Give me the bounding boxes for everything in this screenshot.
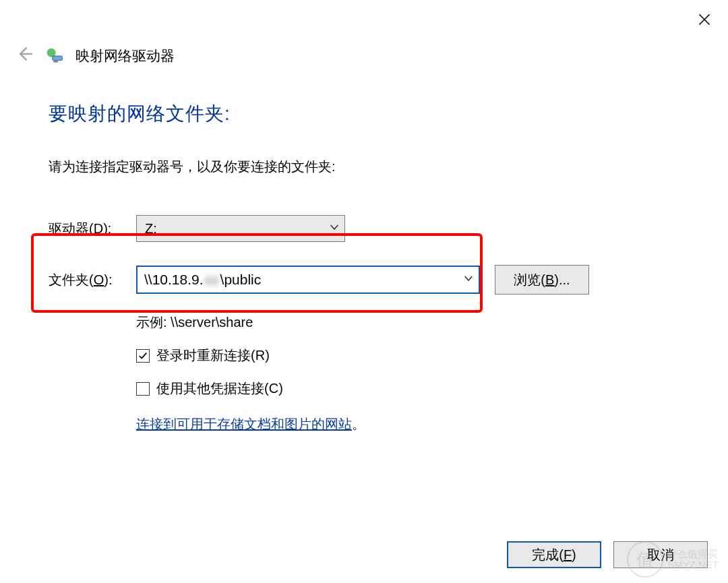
reconnect-checkbox-row[interactable]: 登录时重新连接(R) (136, 346, 682, 365)
close-button[interactable] (694, 9, 715, 30)
chevron-down-icon (328, 221, 340, 237)
instruction-text: 请为连接指定驱动器号，以及你要连接的文件夹: (49, 158, 682, 176)
folder-example: 示例: \\server\share (136, 313, 682, 332)
close-icon (698, 13, 711, 26)
redacted-text: xx (204, 272, 220, 287)
drive-value: Z: (145, 221, 157, 237)
folder-label: 文件夹(O): (49, 271, 136, 289)
back-button[interactable] (15, 44, 34, 67)
svg-rect-4 (53, 56, 63, 61)
svg-rect-5 (53, 60, 58, 62)
network-drive-icon (46, 47, 63, 65)
folder-combobox[interactable]: \\10.18.9.xx\public (136, 266, 480, 294)
storage-website-link[interactable]: 连接到可用于存储文档和图片的网站 (136, 417, 352, 431)
drive-label: 驱动器(D): (49, 220, 136, 238)
chevron-down-icon (462, 272, 475, 288)
cancel-button[interactable]: 取消 (613, 541, 708, 568)
drive-select[interactable]: Z: (136, 215, 345, 242)
folder-row: 文件夹(O): \\10.18.9.xx\public 浏览(B)... (49, 265, 682, 295)
checkmark-icon (138, 351, 148, 361)
wizard-content: 要映射的网络文件夹: 请为连接指定驱动器号，以及你要连接的文件夹: 驱动器(D)… (49, 101, 682, 433)
wizard-header: 映射网络驱动器 (15, 44, 175, 67)
wizard-title: 映射网络驱动器 (75, 47, 175, 65)
wizard-footer: 完成(F) 取消 (507, 541, 708, 568)
reconnect-checkbox[interactable] (136, 349, 150, 363)
othercred-checkbox-row[interactable]: 使用其他凭据连接(C) (136, 379, 682, 398)
finish-button[interactable]: 完成(F) (507, 541, 601, 568)
browse-button[interactable]: 浏览(B)... (495, 265, 589, 295)
folder-value: \\10.18.9.xx\public (144, 272, 261, 288)
section-heading: 要映射的网络文件夹: (49, 101, 682, 127)
othercred-checkbox[interactable] (136, 382, 150, 396)
drive-row: 驱动器(D): Z: (49, 215, 682, 242)
othercred-label: 使用其他凭据连接(C) (156, 379, 283, 398)
reconnect-label: 登录时重新连接(R) (156, 346, 270, 365)
storage-website-link-row: 连接到可用于存储文档和图片的网站。 (136, 415, 682, 433)
arrow-left-icon (15, 44, 34, 63)
